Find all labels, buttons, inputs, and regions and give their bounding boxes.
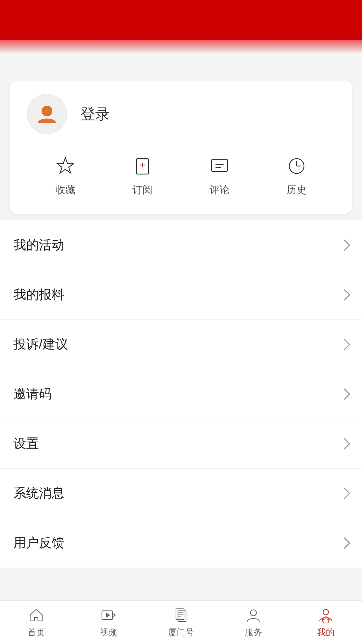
menu-list: 我的活动 我的报料 投诉/建议 邀请码 设置 系统消息 用户反馈 (0, 220, 362, 568)
chevron-right-icon (339, 488, 350, 499)
action-collect[interactable]: 收藏 (54, 154, 77, 197)
service-person-icon (245, 606, 262, 624)
chevron-right-icon (339, 537, 350, 549)
svg-rect-5 (212, 159, 228, 171)
svg-point-22 (323, 609, 328, 615)
chat-icon (208, 154, 231, 178)
history-label: 历史 (287, 183, 307, 197)
nav-item-video[interactable]: 视频 (72, 606, 145, 638)
mine-person-icon (317, 606, 335, 624)
bookmark-plus-icon (131, 154, 154, 178)
menu-item-my-activity[interactable]: 我的活动 (0, 220, 362, 270)
menu-item-my-report[interactable]: 我的报料 (0, 270, 362, 320)
bottom-nav: 首页 视频 厦门号 (0, 600, 362, 644)
quick-actions-row: 收藏 订阅 评论 (27, 151, 335, 197)
svg-marker-13 (106, 613, 110, 618)
login-button[interactable]: 登录 (80, 104, 110, 124)
svg-marker-12 (113, 613, 115, 617)
clock-icon (285, 154, 308, 178)
star-icon (54, 154, 77, 178)
nav-item-xiamen[interactable]: 厦门号 (145, 606, 217, 638)
mine-nav-label: 我的 (317, 627, 335, 638)
svg-point-0 (42, 106, 52, 116)
pages-icon (172, 606, 190, 624)
profile-header: 登录 (27, 94, 335, 134)
action-history[interactable]: 历史 (285, 154, 308, 197)
chevron-right-icon (339, 388, 350, 400)
svg-marker-1 (57, 158, 74, 173)
svg-rect-14 (176, 609, 184, 620)
nav-item-service[interactable]: 服务 (217, 606, 290, 638)
chevron-right-icon (339, 239, 350, 251)
svg-point-19 (250, 610, 256, 616)
menu-item-invite-code[interactable]: 邀请码 (0, 369, 362, 419)
subscribe-label: 订阅 (132, 183, 153, 197)
chevron-right-icon (339, 339, 350, 350)
nav-item-mine[interactable]: 我的 (290, 606, 362, 638)
action-subscribe[interactable]: 订阅 (131, 154, 154, 197)
top-banner (0, 0, 362, 54)
video-nav-label: 视频 (100, 627, 117, 638)
avatar[interactable] (27, 94, 67, 134)
home-nav-label: 首页 (27, 627, 45, 638)
action-comment[interactable]: 评论 (208, 154, 231, 197)
menu-item-complaint[interactable]: 投诉/建议 (0, 320, 362, 369)
video-icon (100, 606, 117, 624)
menu-item-system-msg[interactable]: 系统消息 (0, 469, 362, 518)
svg-rect-15 (178, 611, 186, 622)
menu-item-settings[interactable]: 设置 (0, 419, 362, 469)
service-nav-label: 服务 (245, 627, 262, 638)
comment-label: 评论 (209, 183, 230, 197)
chevron-right-icon (339, 438, 350, 449)
menu-item-feedback[interactable]: 用户反馈 (0, 518, 362, 568)
xiamen-nav-label: 厦门号 (168, 627, 194, 638)
home-icon (27, 606, 45, 624)
nav-item-home[interactable]: 首页 (0, 606, 72, 638)
collect-label: 收藏 (55, 183, 75, 197)
profile-card: 登录 收藏 订阅 (10, 80, 352, 214)
chevron-right-icon (339, 289, 350, 301)
